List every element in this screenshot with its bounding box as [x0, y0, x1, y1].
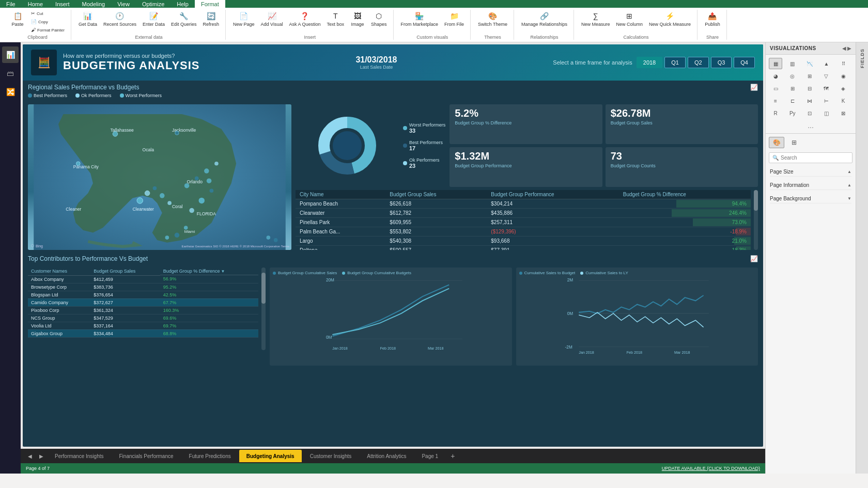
- viz-more-button[interactable]: ···: [766, 122, 856, 132]
- ribbon-tab-modeling[interactable]: Modeling: [76, 0, 112, 8]
- refresh-button[interactable]: 🔄Refresh: [201, 10, 222, 28]
- viz-icon-custom2[interactable]: ⊠: [836, 107, 850, 119]
- ask-question-button[interactable]: ❓Ask A Question: [287, 10, 322, 28]
- page-info-label: Page Information: [770, 182, 809, 188]
- recent-sources-button[interactable]: 🕐Recent Sources: [101, 10, 138, 28]
- ribbon-tab-insert[interactable]: Insert: [49, 0, 76, 8]
- viz-arrow-right[interactable]: ▶: [847, 45, 851, 51]
- col-sales[interactable]: Budget Group Sales: [385, 190, 487, 199]
- viz-icon-shape-map[interactable]: ◈: [836, 83, 850, 94]
- viz-icon-line[interactable]: 📉: [803, 58, 816, 69]
- paste-button[interactable]: 📋Paste: [8, 10, 27, 34]
- new-column-button[interactable]: ⊞New Column: [614, 10, 645, 28]
- tab-nav-right[interactable]: ▶: [36, 453, 47, 459]
- ribbon-tab-home[interactable]: Home: [22, 0, 49, 8]
- table-scrollbar[interactable]: [754, 190, 758, 250]
- map-container: Tallahassee Jacksonville Panama City Cle…: [28, 104, 291, 250]
- tab-future-predictions[interactable]: Future Predictions: [182, 450, 238, 462]
- publish-button[interactable]: 📤Publish: [703, 10, 722, 28]
- copy-button[interactable]: 📄Copy: [29, 18, 67, 25]
- viz-icon-r[interactable]: R: [769, 107, 782, 119]
- format-painter-button[interactable]: 🖌Format Painter: [29, 26, 67, 34]
- switch-theme-button[interactable]: 🎨Switch Theme: [476, 10, 509, 28]
- time-btn-q3[interactable]: Q3: [711, 57, 732, 68]
- cell-customer: Blogspan Ltd: [28, 291, 90, 298]
- tab-customer-insights[interactable]: Customer Insights: [303, 450, 359, 462]
- viz-icon-table[interactable]: ⊞: [786, 83, 799, 94]
- cell-pct: -18.9%: [619, 227, 751, 237]
- col-customer[interactable]: Customer Names: [28, 267, 90, 275]
- viz-icon-gauge[interactable]: ◉: [836, 70, 850, 82]
- get-data-button[interactable]: 📊Get Data: [76, 10, 99, 28]
- col-b-pct[interactable]: Budget Group % Difference ▼: [160, 267, 258, 275]
- viz-icon-pie[interactable]: ◕: [769, 70, 782, 82]
- shapes-button[interactable]: ⬡Shapes: [369, 10, 389, 28]
- tab-attrition-analytics[interactable]: Attrition Analytics: [360, 450, 413, 462]
- status-update[interactable]: UPDATE AVAILABLE (CLICK TO DOWNLOAD): [662, 466, 760, 471]
- viz-icon-funnel[interactable]: ▽: [819, 70, 833, 82]
- new-page-button[interactable]: 📄New Page: [231, 10, 257, 28]
- viz-icon-treemap[interactable]: ⊞: [803, 70, 816, 82]
- time-btn-q4[interactable]: Q4: [734, 57, 755, 68]
- tab-performance-insights[interactable]: Performance Insights: [48, 450, 111, 462]
- viz-icon-python[interactable]: Py: [786, 107, 799, 119]
- cell-b-sales: $383,736: [90, 283, 160, 291]
- viz-icon-kpi[interactable]: K: [836, 95, 850, 106]
- ribbon-tab-view[interactable]: View: [111, 0, 136, 8]
- from-marketplace-button[interactable]: 🏪From Marketplace: [399, 10, 441, 28]
- viz-icon-map[interactable]: 🗺: [819, 83, 833, 94]
- viz-icon-matrix[interactable]: ⊟: [803, 83, 816, 94]
- viz-icon-decomp[interactable]: ⊢: [819, 95, 833, 106]
- viz-icon-bar[interactable]: ▦: [769, 58, 782, 69]
- enter-data-button[interactable]: 📝Enter Data: [141, 10, 167, 28]
- tab-budgeting-analysis[interactable]: Budgeting Analysis: [239, 450, 302, 462]
- viz-icon-area[interactable]: ▲: [819, 58, 833, 69]
- add-visual-button[interactable]: 📈Add Visual: [259, 10, 285, 28]
- new-measure-button[interactable]: ∑New Measure: [579, 10, 612, 28]
- ribbon-tab-format[interactable]: Format: [195, 0, 225, 8]
- page-info-collapse[interactable]: ▲: [847, 183, 851, 187]
- ribbon-tab-file[interactable]: File: [0, 0, 22, 8]
- viz-field-icon[interactable]: ⊞: [786, 137, 802, 148]
- col-perf[interactable]: Budget Group Performance: [487, 190, 619, 199]
- new-quick-measure-button[interactable]: ⚡New Quick Measure: [647, 10, 693, 28]
- viz-icon-slicer[interactable]: ≡: [769, 95, 782, 106]
- viz-icon-donut[interactable]: ◎: [786, 70, 799, 82]
- time-btn-2018[interactable]: 2018: [637, 57, 662, 68]
- time-btn-q2[interactable]: Q2: [688, 57, 709, 68]
- col-city[interactable]: City Name: [296, 190, 385, 199]
- col-b-sales[interactable]: Budget Group Sales: [90, 267, 160, 275]
- viz-format-icon[interactable]: 🎨: [769, 137, 784, 148]
- viz-icon-card[interactable]: ▭: [769, 83, 782, 94]
- nav-model-icon[interactable]: 🔀: [2, 84, 19, 100]
- textbox-button[interactable]: TText box: [325, 10, 347, 28]
- tab-page-1[interactable]: Page 1: [414, 450, 445, 462]
- tab-financials-performance[interactable]: Financials Performance: [112, 450, 181, 462]
- viz-icon-waterfall[interactable]: ⊏: [786, 95, 799, 106]
- page-bg-collapse[interactable]: ▼: [847, 196, 851, 201]
- nav-report-icon[interactable]: 📊: [2, 46, 19, 63]
- bottom-table-container: Customer Names Budget Group Sales Budget…: [28, 267, 266, 366]
- viz-icon-scatter[interactable]: ⠿: [836, 58, 850, 69]
- viz-icon-ribbon[interactable]: ⋈: [803, 95, 816, 106]
- page-size-collapse[interactable]: ▲: [847, 169, 851, 174]
- col-pct[interactable]: Budget Group % Difference: [619, 190, 751, 199]
- viz-icon-custom1[interactable]: ◫: [819, 107, 833, 119]
- ribbon-tab-help[interactable]: Help: [171, 0, 195, 8]
- manage-relationships-button[interactable]: 🔗Manage Relationships: [519, 10, 569, 28]
- list-item: NCS Group $347,529 69.6%: [28, 314, 258, 322]
- tab-add-button[interactable]: +: [446, 452, 459, 460]
- viz-icon-qr[interactable]: ⊡: [803, 107, 816, 119]
- viz-search-input[interactable]: [781, 155, 849, 161]
- nav-data-icon[interactable]: 🗃: [2, 65, 19, 82]
- from-file-button[interactable]: 📁From File: [442, 10, 466, 28]
- cut-button[interactable]: ✂Cut: [29, 10, 67, 17]
- ribbon-tab-optimize[interactable]: Optimize: [136, 0, 171, 8]
- tab-nav-left[interactable]: ◀: [25, 453, 35, 459]
- image-button[interactable]: 🖼Image: [348, 10, 367, 28]
- edit-queries-button[interactable]: 🔧Edit Queries: [169, 10, 199, 28]
- time-btn-q1[interactable]: Q1: [664, 57, 686, 68]
- viz-arrow-left[interactable]: ◀: [842, 45, 846, 51]
- bottom-scrollbar[interactable]: [261, 267, 266, 350]
- viz-icon-column[interactable]: ▥: [786, 58, 799, 69]
